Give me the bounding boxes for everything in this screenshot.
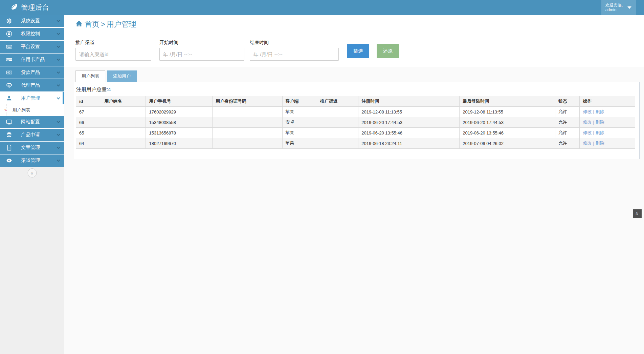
col-header-last-login: 最后登陆时间 (460, 96, 555, 107)
cell-reg-time: 2019-06-20 13:55:46 (358, 128, 460, 138)
breadcrumb: 首页 > 用户管理 (75, 19, 633, 29)
caret-down-icon (627, 6, 631, 9)
chevron-down-icon (57, 70, 60, 74)
col-header-actions: 操作 (580, 96, 635, 107)
user-icon (6, 95, 12, 101)
summary-label: 注册用户总量: (76, 86, 108, 92)
sidebar-subitem-user-list[interactable]: » 用户列表 (0, 105, 64, 115)
chevron-down-icon (57, 120, 60, 123)
tab-bar: 用户列表 添加用户 (75, 70, 644, 82)
sidebar-item-channel-management[interactable]: 渠道管理 (0, 154, 64, 167)
tab-add-user[interactable]: 添加用户 (107, 70, 137, 82)
cell-last-login: 2019-12-08 11:13:55 (460, 107, 555, 117)
user-menu[interactable]: 欢迎光临, admin (601, 0, 636, 15)
cell-last-login: 2019-07-09 04:26:02 (460, 138, 555, 149)
gear-icon (6, 18, 12, 24)
summary-count: 4 (108, 86, 111, 92)
home-icon (75, 20, 83, 29)
tab-user-list[interactable]: 用户列表 (75, 70, 105, 82)
cell-last-login: 2019-06-20 17:44:53 (460, 117, 555, 128)
username: admin (605, 7, 623, 12)
channel-input[interactable] (75, 48, 151, 61)
channel-filter-label: 推广渠道 (75, 40, 151, 46)
keyboard-icon (6, 44, 12, 50)
cell-status: 允许 (555, 128, 580, 138)
filter-button[interactable]: 筛选 (347, 44, 369, 58)
edit-link[interactable]: 修改 (583, 120, 592, 125)
submenu-arrow-icon: » (4, 108, 7, 112)
chevron-down-icon (57, 57, 60, 61)
cell-client: 安卓 (282, 117, 317, 128)
sidebar-item-site-config[interactable]: 网站配置 (0, 116, 64, 128)
sidebar-item-system-settings[interactable]: 系统设置 (0, 15, 64, 27)
table-row: 64 18027169670 苹果 2019-06-18 23:24:11 20… (76, 138, 635, 149)
chevron-down-icon (57, 44, 60, 48)
sidebar: 系统设置 权限控制 平台设置 信用卡产品 贷款产品 代理产品 (0, 15, 64, 354)
sidebar-item-agent-products[interactable]: 代理产品 (0, 79, 64, 91)
eye-icon (6, 158, 12, 164)
content-header: 首页 > 用户管理 推广渠道 开始时间 结束时间 筛选 还原 (64, 15, 644, 67)
app-logo: 管理后台 (0, 3, 49, 12)
chevron-down-icon (57, 145, 60, 149)
end-time-input[interactable] (250, 48, 339, 61)
sidebar-item-user-management[interactable]: 用户管理 (0, 92, 64, 104)
cell-reg-time: 2019-06-18 23:24:11 (358, 138, 460, 149)
table-row: 66 15348008558 安卓 2019-06-20 17:44:53 20… (76, 117, 635, 128)
cell-id: 67 (76, 107, 101, 117)
sidebar-collapse-button[interactable]: « (27, 168, 37, 178)
lock-icon (6, 31, 12, 37)
edit-link[interactable]: 修改 (583, 141, 592, 146)
chevron-down-icon (57, 96, 60, 99)
cell-idcard (213, 138, 282, 149)
user-table: id 用户姓名 用户手机号 用户身份证号码 客户端 推广渠道 注册时间 最后登陆… (76, 96, 635, 149)
edit-link[interactable]: 修改 (583, 109, 592, 114)
chevron-down-icon (57, 132, 60, 136)
delete-link[interactable]: 删除 (596, 141, 604, 146)
sidebar-item-credit-card-products[interactable]: 信用卡产品 (0, 54, 64, 66)
breadcrumb-separator: > (101, 20, 105, 29)
cell-channel (317, 128, 358, 138)
cell-status: 允许 (555, 138, 580, 149)
col-header-client: 客户端 (282, 96, 317, 107)
cell-name (101, 138, 146, 149)
registered-users-summary: 注册用户总量:4 (76, 86, 635, 93)
reset-button[interactable]: 还原 (377, 44, 399, 58)
top-bar: 管理后台 欢迎光临, admin (0, 0, 644, 15)
main-content: 首页 > 用户管理 推广渠道 开始时间 结束时间 筛选 还原 用户列表 添加用户 (64, 15, 644, 354)
cell-phone: 15348008558 (146, 117, 213, 128)
cell-id: 64 (76, 138, 101, 149)
cell-phone: 17602029929 (146, 107, 213, 117)
cell-name (101, 128, 146, 138)
delete-link[interactable]: 删除 (596, 109, 604, 114)
start-time-input[interactable] (159, 48, 244, 61)
user-list-panel: 注册用户总量:4 id 用户姓名 用户手机号 用户身份证号码 客户端 推广渠道 … (74, 82, 640, 159)
cell-client: 苹果 (282, 138, 317, 149)
cell-channel (317, 117, 358, 128)
cell-reg-time: 2019-12-08 11:13:55 (358, 107, 460, 117)
sidebar-item-article-management[interactable]: 文章管理 (0, 142, 64, 154)
col-header-phone: 用户手机号 (146, 96, 213, 107)
cell-phone: 15313656878 (146, 128, 213, 138)
sidebar-item-platform-settings[interactable]: 平台设置 (0, 41, 64, 53)
back-to-top-button[interactable]: « (633, 209, 642, 218)
breadcrumb-home[interactable]: 首页 (85, 19, 99, 29)
cell-status: 允许 (555, 107, 580, 117)
app-title: 管理后台 (21, 3, 49, 12)
sidebar-item-loan-products[interactable]: 贷款产品 (0, 66, 64, 79)
cell-phone: 18027169670 (146, 138, 213, 149)
cell-id: 65 (76, 128, 101, 138)
edit-link[interactable]: 修改 (583, 130, 592, 135)
cell-actions: 修改|删除 (580, 117, 635, 128)
col-header-name: 用户姓名 (101, 96, 146, 107)
collapse-icon: « (31, 170, 34, 176)
sidebar-footer: « (0, 167, 64, 354)
database-icon (6, 132, 12, 138)
cell-actions: 修改|删除 (580, 128, 635, 138)
table-row: 67 17602029929 苹果 2019-12-08 11:13:55 20… (76, 107, 635, 117)
col-header-channel: 推广渠道 (317, 96, 358, 107)
sidebar-item-permission-control[interactable]: 权限控制 (0, 28, 64, 40)
sidebar-item-product-application[interactable]: 产品申请 (0, 129, 64, 141)
delete-link[interactable]: 删除 (596, 130, 604, 135)
table-row: 65 15313656878 苹果 2019-06-20 13:55:46 20… (76, 128, 635, 138)
delete-link[interactable]: 删除 (596, 120, 604, 125)
